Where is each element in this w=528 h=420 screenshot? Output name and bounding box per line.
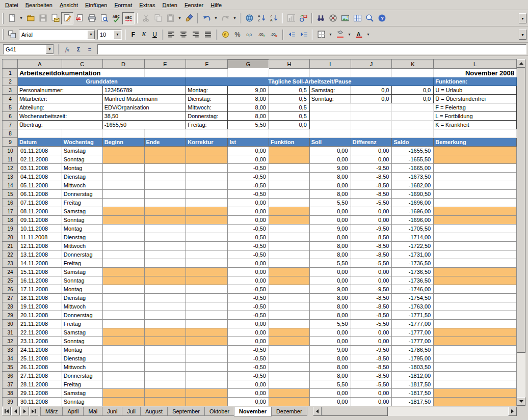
- ist-cell[interactable]: -0,50: [228, 173, 269, 181]
- cell[interactable]: [351, 121, 392, 129]
- ende-cell[interactable]: [144, 190, 186, 199]
- align-justify-button[interactable]: [202, 29, 214, 41]
- scroll-right-button[interactable]: [508, 407, 517, 416]
- bemerkung-cell[interactable]: [434, 250, 517, 259]
- sheet-tab-oktober[interactable]: Oktober: [204, 407, 234, 416]
- saldo-cell[interactable]: -1655,50: [392, 147, 434, 155]
- bemerkung-cell[interactable]: [434, 190, 517, 199]
- ist-cell[interactable]: -0,50: [228, 164, 269, 173]
- datum-cell[interactable]: 09.11.2008: [17, 216, 62, 225]
- font-size-dropdown[interactable]: ▼: [114, 30, 121, 39]
- insert-chart-button[interactable]: [285, 12, 297, 24]
- row-header-33[interactable]: 33: [3, 346, 18, 354]
- korrektur-cell[interactable]: [186, 294, 228, 302]
- bemerkung-cell[interactable]: [434, 225, 517, 233]
- funktion-legend-cell[interactable]: U = Urlaub: [434, 86, 517, 95]
- korrektur-cell[interactable]: [186, 207, 228, 216]
- datum-cell[interactable]: 20.11.2008: [17, 311, 62, 320]
- format-standard-button[interactable]: 0,0: [244, 29, 256, 41]
- weekday-label-cell[interactable]: Donnerstag:: [186, 112, 228, 121]
- bemerkung-cell[interactable]: [434, 276, 517, 285]
- align-left-button[interactable]: [165, 29, 177, 41]
- previous-sheet-button[interactable]: [11, 407, 20, 415]
- ist-cell[interactable]: 0,00: [228, 259, 269, 268]
- row-header-1[interactable]: 1: [3, 69, 18, 77]
- soll-cell[interactable]: 0,00: [309, 147, 351, 155]
- funktion-cell[interactable]: [269, 225, 309, 233]
- row-header-34[interactable]: 34: [3, 354, 18, 363]
- font-color-button[interactable]: A: [353, 29, 365, 41]
- increase-indent-button[interactable]: [298, 29, 310, 41]
- bemerkung-cell[interactable]: [434, 328, 517, 337]
- table-header-cell[interactable]: Differenz: [351, 138, 392, 147]
- row-header-4[interactable]: 4: [3, 95, 18, 103]
- ende-cell[interactable]: [144, 311, 186, 320]
- weekday-hours-cell[interactable]: 8,00: [228, 112, 269, 121]
- korrektur-cell[interactable]: [186, 164, 228, 173]
- scroll-down-button[interactable]: [517, 397, 525, 406]
- formula-button[interactable]: =: [85, 44, 95, 54]
- row-header-31[interactable]: 31: [3, 328, 18, 337]
- find-replace-button[interactable]: [314, 12, 327, 24]
- row-header-38[interactable]: 38: [3, 389, 18, 398]
- differenz-cell[interactable]: -9,50: [351, 285, 392, 294]
- wochentag-cell[interactable]: Donnerstag: [62, 372, 102, 380]
- borders-button[interactable]: [315, 29, 327, 41]
- differenz-cell[interactable]: -9,50: [351, 225, 392, 233]
- korrektur-cell[interactable]: [186, 389, 228, 398]
- saldo-cell[interactable]: -1673,50: [392, 173, 434, 181]
- row-header-5[interactable]: 5: [3, 103, 18, 112]
- italic-button[interactable]: K: [139, 29, 149, 40]
- bemerkung-cell[interactable]: [434, 311, 517, 320]
- wochentag-cell[interactable]: Samstag: [62, 147, 102, 155]
- formula-input[interactable]: [97, 44, 526, 54]
- ende-cell[interactable]: [144, 259, 186, 268]
- wochentag-cell[interactable]: Mittwoch: [62, 181, 102, 190]
- grunddaten-label-cell[interactable]: Wochenarbeitszeit:: [17, 112, 102, 121]
- differenz-cell[interactable]: 0,00: [351, 268, 392, 276]
- help-button[interactable]: ?: [376, 12, 388, 24]
- sheet-tab-november[interactable]: November: [234, 407, 272, 416]
- bemerkung-cell[interactable]: [434, 207, 517, 216]
- beginn-cell[interactable]: [102, 346, 144, 354]
- underline-button[interactable]: U: [149, 29, 160, 40]
- sheet-tab-juni[interactable]: Juni: [102, 407, 122, 416]
- row-header-37[interactable]: 37: [3, 380, 18, 389]
- differenz-cell[interactable]: -8,50: [351, 363, 392, 372]
- month-label-cell[interactable]: November 2008: [434, 69, 517, 77]
- row-header-15[interactable]: 15: [3, 190, 18, 199]
- grunddaten-value-cell[interactable]: EDV/Organisation: [102, 103, 186, 112]
- datum-cell[interactable]: 01.11.2008: [17, 147, 62, 155]
- korrektur-cell[interactable]: [186, 302, 228, 311]
- row-header-22[interactable]: 22: [3, 250, 18, 259]
- table-header-cell[interactable]: Korrektur: [186, 138, 228, 147]
- sheet-tab-juli[interactable]: Juli: [122, 407, 141, 416]
- ist-cell[interactable]: -0,50: [228, 285, 269, 294]
- korrektur-cell[interactable]: [186, 173, 228, 181]
- row-header-8[interactable]: 8: [3, 129, 18, 138]
- funktion-cell[interactable]: [269, 320, 309, 328]
- beginn-cell[interactable]: [102, 398, 144, 406]
- datum-cell[interactable]: 12.11.2008: [17, 242, 62, 250]
- next-sheet-button[interactable]: [20, 407, 29, 415]
- ist-cell[interactable]: -0,50: [228, 250, 269, 259]
- funktion-cell[interactable]: [269, 302, 309, 311]
- row-header-36[interactable]: 36: [3, 372, 18, 380]
- korrektur-cell[interactable]: [186, 380, 228, 389]
- saldo-cell[interactable]: -1665,00: [392, 164, 434, 173]
- row-header-29[interactable]: 29: [3, 311, 18, 320]
- ende-cell[interactable]: [144, 216, 186, 225]
- new-document-dropdown[interactable]: ▾: [18, 12, 24, 24]
- datum-cell[interactable]: 16.11.2008: [17, 276, 62, 285]
- ende-cell[interactable]: [144, 225, 186, 233]
- funktion-cell[interactable]: [269, 380, 309, 389]
- funktion-cell[interactable]: [269, 216, 309, 225]
- korrektur-cell[interactable]: [186, 363, 228, 372]
- beginn-cell[interactable]: [102, 389, 144, 398]
- differenz-cell[interactable]: -8,50: [351, 302, 392, 311]
- funktion-cell[interactable]: [269, 207, 309, 216]
- saldo-cell[interactable]: -1777,00: [392, 337, 434, 346]
- vertical-scrollbar[interactable]: [517, 59, 525, 406]
- weekend-pause-cell[interactable]: 0,0: [392, 95, 434, 103]
- soll-cell[interactable]: 8,00: [309, 302, 351, 311]
